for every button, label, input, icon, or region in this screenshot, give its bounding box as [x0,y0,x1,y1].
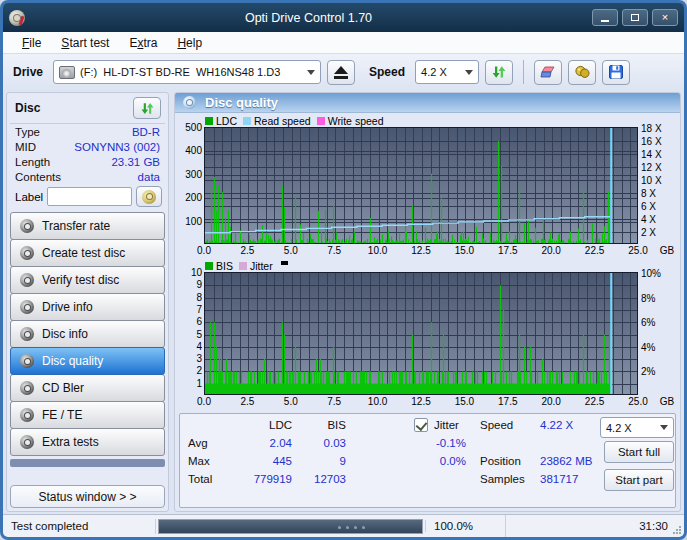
chart1-plot [204,127,638,244]
chart2-right-axis: 10%8%6%4%2% [638,272,678,395]
drive-combobox[interactable]: (F:) HL-DT-ST BD-RE WH16NS48 1.D3 [53,60,321,84]
disc-label-input[interactable] [47,187,132,206]
x-axis-tick-label: 5.0 [284,245,298,256]
max-bis-value: 9 [298,455,346,467]
start-part-button[interactable]: Start part [604,469,674,491]
y-axis-tick-label: 18 X [641,123,662,134]
refresh-speeds-button[interactable] [485,60,513,85]
disc-icon [20,354,34,368]
x-axis-tick-label: 5.0 [284,396,298,407]
x-axis-tick-label: 7.5 [327,396,341,407]
disc-type-row: TypeBD-R [10,124,165,139]
y-axis-tick-label: 7 [196,304,202,315]
jitter-checkbox[interactable] [414,418,428,432]
drive-value: (F:) HL-DT-ST BD-RE WH16NS48 1.D3 [80,66,280,78]
sound-settings-button[interactable] [568,60,596,85]
disc-icon [20,327,34,341]
x-axis-tick-label: 2.5 [240,396,254,407]
disc-length-value: 23.31 GB [111,156,160,168]
sidebar-item-fe-te[interactable]: FE / TE [10,401,165,429]
chart1-right-axis: 18 X16 X14 X12 X10 X8 X6 X4 X2 X [638,127,678,244]
disc-contents-row: Contentsdata [10,169,165,184]
start-full-button[interactable]: Start full [604,441,674,463]
resize-grip[interactable] [668,515,684,537]
total-ldc-value: 779919 [210,473,292,485]
sidebar-item-disc-info[interactable]: Disc info [10,320,165,348]
progress-bar [158,519,423,534]
sidebar-item-create-test-disc[interactable]: Create test disc [10,239,165,267]
disc-mid-value: SONYNN3 (002) [74,141,160,153]
speed-combobox[interactable]: 4.2 X [415,60,479,84]
y-axis-tick-label: 5 [196,329,202,340]
legend-swatch [243,117,251,125]
y-axis-tick-label: 10 X [641,175,662,186]
sidebar-item-drive-info[interactable]: Drive info [10,293,165,321]
y-axis-tick-label: 8 X [641,188,656,199]
disc-label-button[interactable] [136,186,162,207]
stats-panel: LDC BIS Jitter Avg 2.04 0.03 -0.1% Max 4… [179,413,676,508]
eject-button[interactable] [327,60,355,85]
y-axis-tick-label: 100 [185,216,202,227]
disc-length-row: Length23.31 GB [10,154,165,169]
disc-icon [20,273,34,287]
toolbar-separator [523,60,524,84]
status-bar: Test completed 100.0% 31:30 [3,514,684,537]
disc-contents-value: data [138,171,160,183]
chevron-down-icon [660,425,668,430]
y-axis-tick-label: 12 X [641,162,662,173]
progress-section [155,519,425,534]
bis-column-header: BIS [298,419,346,431]
sidebar-item-verify-test-disc[interactable]: Verify test disc [10,266,165,294]
sidebar-item-cd-bler[interactable]: CD Bler [10,374,165,402]
sidebar-item-transfer-rate[interactable]: Transfer rate [10,212,165,240]
app-window: Opti Drive Control 1.70 × File Start tes… [0,0,687,540]
menu-start-test[interactable]: Start test [52,33,118,53]
save-button[interactable] [602,60,630,85]
save-icon [608,64,624,80]
erase-disc-button[interactable] [534,60,562,85]
bells-icon [574,64,591,80]
sidebar-nav: Transfer rate Create test disc Verify te… [10,213,165,456]
minimize-button[interactable] [592,9,618,26]
chart2-plot [204,272,638,395]
max-ldc-value: 445 [210,455,292,467]
toolbar: Drive (F:) HL-DT-ST BD-RE WH16NS48 1.D3 … [3,54,684,90]
disc-icon [183,96,196,109]
status-window-button[interactable]: Status window > > [10,485,165,508]
menu-file[interactable]: File [13,33,50,53]
drive-icon [59,66,75,79]
refresh-icon [140,101,155,116]
close-button[interactable]: × [652,9,678,26]
y-axis-tick-label: 6% [641,317,655,328]
x-axis-tick-label: 0.0 [197,396,211,407]
avg-jitter-value: -0.1% [418,437,466,449]
y-axis-tick-label: 9 [196,279,202,290]
chevron-down-icon [465,70,473,75]
chart1-x-axis: 0.02.55.07.510.012.515.017.520.022.525.0… [204,244,680,258]
label-caption: Label [15,191,43,203]
jitter-checkbox-label: Jitter [434,419,474,431]
disc-icon [20,435,34,449]
x-axis-tick-label: 20.0 [541,245,560,256]
legend-item: Jitter [239,260,273,272]
disc-type-value: BD-R [132,126,160,138]
title-bar: Opti Drive Control 1.70 × [3,3,684,32]
x-axis-tick-label: 25.0 [628,396,647,407]
avg-bis-value: 0.03 [298,437,346,449]
disc-section-title: Disc [15,101,40,115]
disc-icon [20,408,34,422]
refresh-disc-button[interactable] [133,97,161,119]
sidebar-item-extra-tests[interactable]: Extra tests [10,428,165,456]
menu-extra[interactable]: Extra [120,33,166,53]
chart1-left-axis: 500400300200100 [175,127,204,244]
menu-help[interactable]: Help [168,33,211,53]
avg-ldc-value: 2.04 [210,437,292,449]
x-axis-tick-label: 12.5 [411,396,430,407]
maximize-button[interactable] [622,9,648,26]
x-axis-tick-label: 0.0 [197,245,211,256]
x-axis-tick-label: 2.5 [240,245,254,256]
legend-swatch [205,262,213,270]
sidebar-item-disc-quality[interactable]: Disc quality [10,347,165,375]
y-axis-tick-label: 16 X [641,136,662,147]
test-speed-combobox[interactable]: 4.2 X [600,417,674,438]
